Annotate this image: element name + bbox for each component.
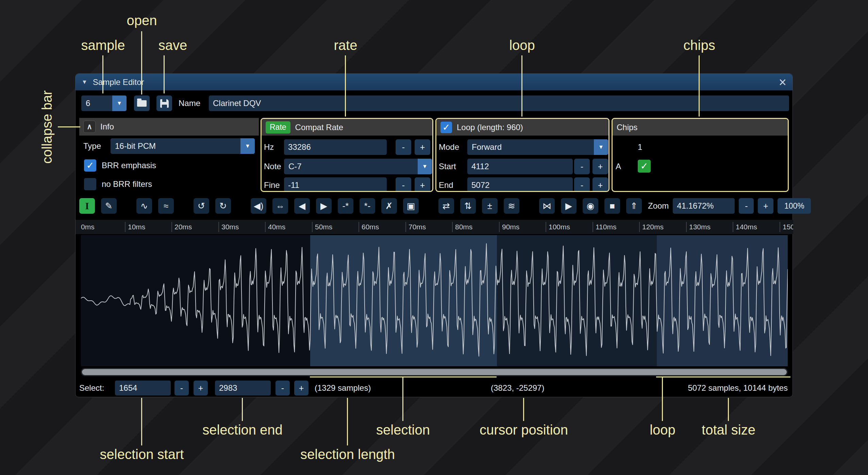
preview-button[interactable]: ▶ bbox=[561, 198, 577, 214]
zoom-in-button[interactable]: + bbox=[758, 198, 773, 214]
type-label: Type bbox=[83, 141, 111, 151]
chevron-down-icon[interactable]: ▼ bbox=[112, 95, 127, 111]
name-input[interactable]: Clarinet DQV bbox=[209, 95, 789, 111]
selection-end-input[interactable]: 2983 bbox=[215, 381, 271, 395]
sample-selector[interactable]: 6 ▼ bbox=[81, 95, 127, 111]
brr-emphasis-checkbox[interactable]: ✓ bbox=[84, 159, 96, 172]
loop-end-decrement-button[interactable]: - bbox=[574, 177, 590, 192]
loop-end-increment-button[interactable]: + bbox=[592, 177, 608, 192]
insert-silence-button[interactable]: -* bbox=[338, 198, 353, 214]
amplify-button[interactable]: ◀) bbox=[251, 198, 266, 214]
timeline-label: 150ms bbox=[783, 220, 793, 234]
no-brr-filters-checkbox[interactable] bbox=[84, 178, 96, 190]
invert-button[interactable]: ⇅ bbox=[460, 198, 476, 214]
sample-editor-window: ▼ Sample Editor × 6 ▼ Name Clarinet DQV … bbox=[75, 73, 793, 397]
total-size-text: 5072 samples, 10144 bytes bbox=[688, 380, 788, 396]
collapse-bar-button[interactable]: ∧ bbox=[83, 121, 96, 133]
resample-button[interactable]: ∿ bbox=[136, 198, 152, 214]
hz-input[interactable]: 33286 bbox=[284, 139, 387, 155]
save-button[interactable] bbox=[156, 95, 172, 111]
scrollbar-thumb[interactable] bbox=[82, 369, 787, 375]
selection-start-decrement-button[interactable]: - bbox=[174, 381, 189, 395]
chips-callout-line bbox=[699, 55, 700, 117]
cursor-position-text: (3823, -25297) bbox=[491, 380, 544, 396]
undo-button[interactable]: ↺ bbox=[194, 198, 209, 214]
crossfade-loop-button[interactable]: ⋈ bbox=[539, 198, 555, 214]
annotation-selection-end: selection end bbox=[202, 422, 283, 438]
hz-decrement-button[interactable]: - bbox=[396, 139, 411, 155]
collapse-bar-callout-line bbox=[58, 126, 80, 127]
edit-select-button[interactable]: I bbox=[79, 198, 95, 214]
hz-increment-button[interactable]: + bbox=[415, 139, 430, 155]
select-label: Select: bbox=[79, 380, 104, 396]
fine-increment-button[interactable]: + bbox=[415, 177, 430, 192]
loop-bottom-callout-line bbox=[662, 376, 663, 421]
chip-enable-checkbox[interactable]: ✓ bbox=[638, 160, 651, 173]
zoom-input[interactable]: 41.1672% bbox=[673, 198, 735, 214]
loop-section: ✓ Loop (length: 960) Mode Forward ▼ Star… bbox=[435, 118, 610, 192]
loop-mode-dropdown[interactable]: Forward ▼ bbox=[467, 139, 608, 155]
preview-cursor-button[interactable]: ◉ bbox=[583, 198, 598, 214]
apply-filter-button[interactable]: ≋ bbox=[504, 198, 519, 214]
selection-start-input[interactable]: 1654 bbox=[115, 381, 171, 395]
annotation-total-size: total size bbox=[702, 422, 755, 438]
loop-start-increment-button[interactable]: + bbox=[592, 159, 608, 174]
open-button[interactable] bbox=[134, 95, 150, 111]
timeline-label: 100ms bbox=[549, 220, 570, 234]
note-label: Note bbox=[264, 162, 284, 171]
waveform-display[interactable] bbox=[81, 235, 788, 366]
loop-start-input[interactable]: 4112 bbox=[467, 159, 573, 174]
annotation-sample: sample bbox=[81, 38, 125, 53]
close-button[interactable]: × bbox=[779, 76, 786, 89]
selection-start-callout-line bbox=[141, 398, 142, 445]
selection-callout-line bbox=[402, 376, 403, 421]
fade-out-button[interactable]: ▶ bbox=[316, 198, 332, 214]
zoom-out-button[interactable]: - bbox=[739, 198, 754, 214]
chevron-down-icon[interactable]: ▼ bbox=[418, 159, 432, 174]
selection-length-callout-line bbox=[347, 398, 348, 445]
chips-header: Chips bbox=[613, 119, 788, 136]
annotation-save: save bbox=[158, 38, 187, 53]
loop-end-input[interactable]: 5072 bbox=[467, 177, 573, 192]
folder-icon bbox=[137, 100, 147, 107]
normalize-button[interactable]: ⇔ bbox=[272, 198, 288, 214]
rate-section: Rate Compat Rate Hz 33286 - + Note C-7 ▼… bbox=[261, 118, 433, 192]
zoom-reset-button[interactable]: 100% bbox=[778, 198, 811, 214]
fine-input[interactable]: -11 bbox=[284, 177, 387, 192]
selection-start-increment-button[interactable]: + bbox=[194, 381, 208, 395]
type-dropdown[interactable]: 16-bit PCM ▼ bbox=[111, 138, 255, 154]
waveform-scrollbar[interactable] bbox=[81, 368, 788, 376]
delete-button[interactable]: ✗ bbox=[381, 198, 397, 214]
loop-enable-checkbox[interactable]: ✓ bbox=[440, 122, 452, 133]
annotation-selection: selection bbox=[376, 422, 430, 438]
hz-label: Hz bbox=[264, 142, 284, 152]
timeline-label: 90ms bbox=[502, 220, 519, 234]
loop-start-decrement-button[interactable]: - bbox=[574, 159, 590, 174]
fine-decrement-button[interactable]: - bbox=[396, 177, 411, 192]
timeline-ruler[interactable]: 0ms 10ms 20ms 30ms 40ms 50ms 60ms 70ms 8… bbox=[76, 220, 793, 234]
stop-preview-button[interactable]: ■ bbox=[604, 198, 620, 214]
reverse-button[interactable]: ⇄ bbox=[438, 198, 454, 214]
timeline-label: 80ms bbox=[455, 220, 472, 234]
signed-unsigned-button[interactable]: ± bbox=[482, 198, 498, 214]
brr-emphasis-label: BRR emphasis bbox=[102, 161, 156, 170]
fade-in-button[interactable]: ◀ bbox=[294, 198, 310, 214]
apply-silence-button[interactable]: *- bbox=[360, 198, 375, 214]
selection-end-decrement-button[interactable]: - bbox=[276, 381, 290, 395]
annotation-loop: loop bbox=[509, 38, 535, 53]
window-collapse-icon[interactable]: ▼ bbox=[82, 79, 87, 86]
chevron-down-icon[interactable]: ▼ bbox=[594, 139, 608, 155]
import-button[interactable]: ⇑ bbox=[626, 198, 642, 214]
selection-end-increment-button[interactable]: + bbox=[294, 381, 308, 395]
timeline-label: 0ms bbox=[81, 220, 95, 234]
create-wavetable-button[interactable]: ≈ bbox=[158, 198, 174, 214]
timeline-label: 10ms bbox=[128, 220, 145, 234]
edit-draw-button[interactable]: ✎ bbox=[101, 198, 117, 214]
trim-button[interactable]: ▣ bbox=[403, 198, 419, 214]
chevron-down-icon[interactable]: ▼ bbox=[240, 138, 255, 154]
titlebar[interactable]: ▼ Sample Editor × bbox=[76, 74, 792, 90]
loop-bracket-line bbox=[656, 376, 790, 377]
redo-button[interactable]: ↻ bbox=[215, 198, 231, 214]
note-dropdown[interactable]: C-7 ▼ bbox=[284, 159, 432, 174]
timeline-label: 110ms bbox=[596, 220, 616, 234]
